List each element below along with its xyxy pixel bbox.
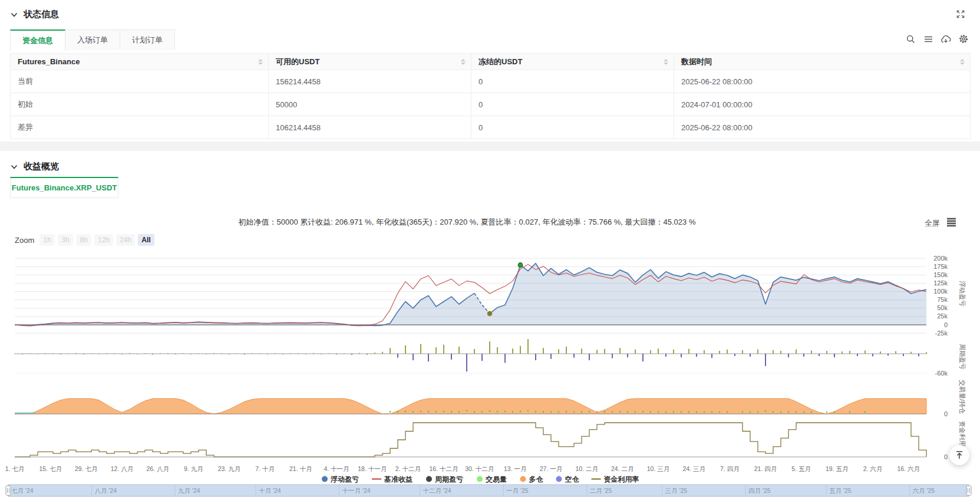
period-pnl-bar (849, 351, 850, 354)
period-pnl-bar (704, 350, 705, 354)
expand-icon[interactable] (956, 9, 965, 21)
period-pnl-bar (336, 354, 337, 354)
period-pnl-bar (681, 354, 682, 357)
x-tick-label: 4. 十一月 (324, 465, 349, 472)
tab-entry-orders[interactable]: 入场订单 (65, 29, 120, 50)
navigator-handle[interactable] (966, 486, 971, 495)
sort-icon[interactable] (664, 59, 668, 65)
legend-item[interactable]: 浮动盈亏 (322, 475, 359, 483)
zoom-24h-button[interactable]: 24h (116, 234, 135, 246)
profit-chart-svg[interactable]: 200k175k150k125k100k75k50k25k0-25k浮动盈亏-6… (0, 251, 980, 497)
pane-title-floating-pnl: 浮动盈亏 (959, 281, 966, 307)
legend-label: 多仓 (529, 475, 544, 483)
menu-icon[interactable] (922, 33, 934, 45)
period-pnl-bar (757, 350, 758, 354)
cloud-download-icon[interactable] (940, 33, 952, 45)
volume-dot (497, 411, 499, 413)
period-pnl-bar (167, 353, 169, 354)
tab-fund-info[interactable]: 资金信息 (10, 29, 65, 51)
x-tick-label: 7. 四月 (720, 465, 740, 472)
period-pnl-bar (627, 354, 628, 357)
x-tick-label: 21. 十月 (289, 465, 312, 472)
period-pnl-bar (129, 353, 130, 354)
tab-planned-orders[interactable]: 计划订单 (120, 29, 175, 50)
period-pnl-bar (298, 353, 299, 354)
drawdown-marker (487, 311, 491, 315)
navigator-handle[interactable] (6, 486, 11, 495)
zoom-8h-button[interactable]: 8h (76, 234, 91, 246)
volume-dot (681, 412, 682, 413)
x-tick-label: 21. 四月 (754, 465, 777, 472)
x-tick-label: 23. 九月 (218, 465, 241, 472)
period-pnl-bar (198, 353, 199, 354)
sort-icon[interactable] (960, 59, 965, 65)
period-pnl-bar (696, 354, 697, 357)
period-pnl-bar (206, 354, 207, 354)
y-axis-label: 50k (937, 304, 948, 311)
zoom-all-button[interactable]: All (138, 234, 154, 246)
period-pnl-bar (275, 353, 276, 354)
table-header-row: Futures_Binance 可用的USDT 冻结的USDT 数据时间 (11, 54, 971, 70)
period-pnl-bar (359, 353, 360, 354)
period-pnl-bar (826, 351, 827, 354)
row-current-time: 2025-06-22 08:00:00 (674, 70, 971, 93)
navigator-band[interactable] (8, 485, 969, 496)
zoom-12h-button[interactable]: 12h (94, 234, 113, 246)
period-pnl-bar (328, 353, 329, 354)
period-pnl-bar (290, 353, 291, 354)
chart-fullscreen-button[interactable]: 全屏 (925, 218, 940, 229)
y-axis-label: 125k (933, 279, 948, 287)
y-axis-label: 0 (944, 410, 948, 417)
y-axis-label: 200k (933, 255, 948, 262)
chevron-down-icon[interactable] (11, 164, 18, 170)
y-axis-label: 100k (933, 288, 948, 295)
chart-context-menu-icon[interactable] (946, 218, 956, 229)
legend-item[interactable]: 多仓 (520, 475, 544, 483)
legend-item[interactable]: 交易量 (477, 475, 507, 483)
sort-icon[interactable] (258, 59, 263, 65)
period-pnl-bar (527, 339, 529, 354)
volume-dot (650, 412, 652, 413)
tab-symbol-xrp-usdt[interactable]: Futures_Binance.XRP_USDT (10, 177, 118, 198)
x-tick-label: 19. 五月 (826, 465, 849, 472)
volume-dot (573, 412, 575, 413)
row-current-label[interactable]: 当前 (11, 70, 269, 93)
period-pnl-bar (144, 353, 146, 354)
volume-dot (619, 411, 621, 413)
legend-item[interactable]: 空仓 (556, 475, 580, 483)
period-pnl-bar (589, 354, 590, 360)
period-pnl-bar (351, 354, 352, 355)
legend-item[interactable]: 周期盈亏 (426, 475, 463, 483)
row-diff-label[interactable]: 差异 (11, 116, 269, 139)
period-pnl-bar (512, 348, 513, 354)
volume-dot (481, 411, 483, 413)
volume-dot (397, 412, 399, 413)
period-pnl-bar (14, 353, 15, 354)
chevron-down-icon[interactable] (11, 12, 18, 18)
volume-dot (420, 410, 422, 412)
profit-section-title: 收益概览 (24, 161, 59, 172)
search-icon[interactable] (905, 33, 916, 45)
volume-dot (512, 411, 514, 413)
volume-dot (696, 412, 698, 413)
x-tick-label: 29. 七月 (75, 465, 98, 472)
volume-dot (520, 411, 522, 413)
x-tick-label: 1. 七月 (5, 465, 25, 472)
back-to-top-button[interactable] (949, 445, 969, 465)
navigator-month-label: 八月 '24 (95, 487, 117, 494)
pane-title-volume-position: 交易量/持仓 (959, 380, 966, 414)
period-pnl-bar (489, 341, 490, 354)
period-pnl-bar (665, 354, 666, 357)
zoom-3h-button[interactable]: 3h (58, 234, 73, 246)
volume-dot (811, 412, 813, 413)
period-pnl-bar (221, 353, 222, 354)
legend-item[interactable]: 资金利用率 (592, 475, 639, 483)
sort-icon[interactable] (461, 59, 466, 65)
volume-dot (543, 411, 545, 413)
x-tick-label: 24. 二月 (611, 465, 634, 472)
table-row: 差异 106214.4458 0 2025-06-22 08:00:00 (11, 116, 971, 139)
legend-item[interactable]: 基准收益 (372, 475, 413, 483)
gear-icon[interactable] (958, 33, 969, 45)
zoom-1h-button[interactable]: 1h (39, 234, 55, 246)
period-pnl-bar (581, 348, 582, 354)
